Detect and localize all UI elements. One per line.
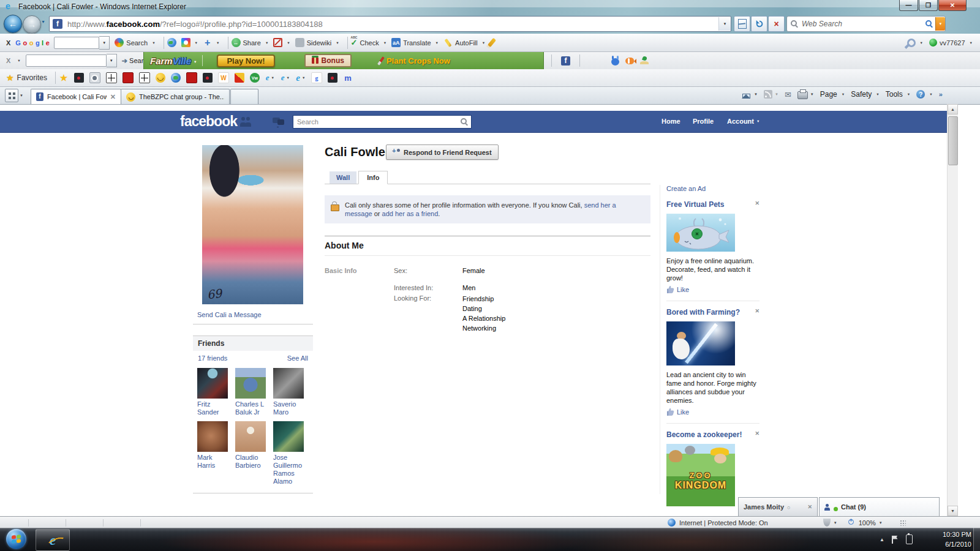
account-menu[interactable]: vv77627: [929, 39, 973, 47]
plant-crops-button[interactable]: Plant Crops Now: [380, 56, 450, 66]
minimize-button[interactable]: —: [899, 0, 918, 11]
favorite-vw-icon[interactable]: Vw: [250, 73, 260, 83]
tab-bzpc-chat[interactable]: TheBZPC chat group - The...: [121, 89, 230, 104]
scroll-up-arrow[interactable]: ▲: [948, 104, 958, 114]
google-search-button[interactable]: Search: [115, 38, 155, 47]
ad-title[interactable]: Bored with Farming?: [666, 308, 744, 317]
photos-button[interactable]: [181, 38, 198, 47]
favorite-smiley-icon[interactable]: [156, 73, 165, 83]
chat-bar[interactable]: Chat (9): [819, 497, 940, 516]
friend-name[interactable]: Charles L Baluk Jr: [235, 400, 270, 416]
ad-title[interactable]: Become a zookeeper!: [666, 430, 744, 440]
friend-name[interactable]: Jose Guillermo Ramos Alamo: [273, 454, 307, 485]
see-all-link[interactable]: See All: [287, 354, 308, 362]
help-button[interactable]: ?: [916, 90, 932, 99]
page-menu[interactable]: Page: [820, 90, 845, 99]
fishville-icon[interactable]: [625, 58, 634, 64]
friend-name[interactable]: Mark Harris: [197, 454, 232, 470]
print-button[interactable]: ▼: [797, 89, 814, 99]
safety-menu[interactable]: Safety: [851, 90, 879, 99]
farmville-search-input[interactable]: [26, 54, 117, 67]
new-tab-stub[interactable]: [230, 89, 258, 104]
show-hidden-icons-button[interactable]: ▲: [880, 537, 884, 542]
chat-close-icon[interactable]: [807, 504, 812, 510]
profile-photo[interactable]: 69: [202, 145, 303, 304]
nav-home[interactable]: Home: [662, 118, 680, 125]
address-bar[interactable]: f http://www.facebook.com/?ref=logo#!/pr…: [49, 16, 731, 32]
scroll-down-arrow[interactable]: ▼: [948, 506, 958, 516]
favorite-red-icon[interactable]: [186, 72, 197, 83]
friend-item[interactable]: Fritz Sander: [197, 368, 233, 416]
tools-menu[interactable]: Tools: [886, 90, 910, 99]
tab-list-dropdown[interactable]: ▼: [20, 94, 23, 97]
search-go-icon[interactable]: [925, 20, 933, 28]
friend-requests-icon[interactable]: [240, 117, 254, 127]
like-label[interactable]: Like: [677, 408, 689, 416]
recent-pages-dropdown[interactable]: ▼: [41, 20, 45, 24]
favorite-site-icon[interactable]: [74, 73, 84, 83]
favorite-site-icon[interactable]: [203, 73, 213, 83]
favorite-m-icon[interactable]: m: [343, 73, 353, 83]
friend-name[interactable]: Claudio Barbiero: [235, 454, 270, 470]
bonus-button[interactable]: Bonus: [304, 54, 352, 67]
nav-profile[interactable]: Profile: [693, 118, 714, 125]
ad-title[interactable]: Free Virtual Pets: [666, 200, 744, 209]
add-gadget-button[interactable]: +: [203, 38, 219, 47]
stop-button[interactable]: ×: [768, 16, 785, 32]
favorite-google-icon[interactable]: g: [311, 72, 322, 83]
favorite-grid-icon[interactable]: [139, 72, 150, 83]
ad-close-icon[interactable]: [755, 200, 760, 206]
friend-photo[interactable]: [235, 421, 266, 452]
tab-close-icon[interactable]: [110, 93, 116, 101]
chat-tab-james-moity[interactable]: James Moity: [738, 497, 818, 516]
popup-blocker-button[interactable]: [273, 38, 290, 47]
treasure-isle-icon[interactable]: [640, 57, 649, 64]
favorite-ie-folder-icon[interactable]: e: [265, 73, 275, 83]
maximize-button[interactable]: ❐: [919, 0, 938, 11]
tab-facebook[interactable]: f Facebook | Cali Fowler: [31, 89, 121, 104]
friends-count-link[interactable]: 17 friends: [198, 354, 227, 362]
friend-item[interactable]: Charles L Baluk Jr: [235, 368, 271, 416]
ad-close-icon[interactable]: [755, 308, 760, 314]
friend-photo[interactable]: [235, 368, 266, 399]
like-label[interactable]: Like: [677, 286, 689, 293]
ad-like-button[interactable]: Like: [666, 286, 760, 293]
favorite-globe-icon[interactable]: [171, 73, 181, 83]
ad-like-button[interactable]: Like: [666, 408, 760, 416]
friend-item[interactable]: Saverio Maro: [273, 368, 309, 416]
favorites-label[interactable]: Favorites: [17, 73, 47, 82]
send-message-link[interactable]: Send Cali a Message: [197, 311, 313, 318]
close-button[interactable]: ✕: [938, 0, 967, 11]
compatibility-view-button[interactable]: [734, 16, 750, 32]
friend-photo[interactable]: [197, 421, 228, 452]
translate-button[interactable]: Translate: [391, 38, 439, 47]
google-earth-button[interactable]: [167, 38, 176, 47]
friend-photo[interactable]: [273, 421, 304, 452]
play-now-button[interactable]: Play Now!: [217, 54, 274, 67]
facebook-shortcut-icon[interactable]: f: [561, 56, 570, 66]
farmville-search-dropdown[interactable]: [107, 54, 117, 67]
messages-icon[interactable]: [273, 117, 286, 127]
favorite-grid-icon[interactable]: [106, 72, 117, 83]
overflow-chevron-icon[interactable]: »: [939, 91, 943, 98]
farmville-app-button[interactable]: [15, 57, 20, 64]
favorite-site-icon[interactable]: [328, 73, 337, 83]
friend-item[interactable]: Claudio Barbiero: [235, 421, 271, 485]
taskbar-ie-button[interactable]: e: [36, 529, 70, 551]
refresh-button[interactable]: [751, 16, 767, 32]
ad-close-icon[interactable]: [755, 430, 760, 437]
facebook-logo[interactable]: facebook: [180, 113, 237, 130]
friend-name[interactable]: Fritz Sander: [197, 400, 232, 416]
add-friend-inline-link[interactable]: add her as a friend: [382, 210, 439, 217]
toolbar-close-icon[interactable]: [6, 57, 10, 64]
respond-friend-request-button[interactable]: Respond to Friend Request: [386, 144, 499, 160]
tab-wall[interactable]: Wall: [330, 171, 356, 184]
autofill-button[interactable]: AutoFill: [443, 39, 485, 47]
share-button[interactable]: Share: [232, 38, 269, 47]
zoom-control[interactable]: 100% ▼: [848, 519, 883, 527]
show-desktop-button[interactable]: [973, 528, 980, 551]
favorite-ie-folder-icon[interactable]: e: [281, 73, 290, 83]
sidewiki-button[interactable]: Sidewiki: [295, 38, 339, 47]
favorite-camera-icon[interactable]: [89, 72, 100, 83]
ad-image-zeus[interactable]: [666, 321, 735, 365]
